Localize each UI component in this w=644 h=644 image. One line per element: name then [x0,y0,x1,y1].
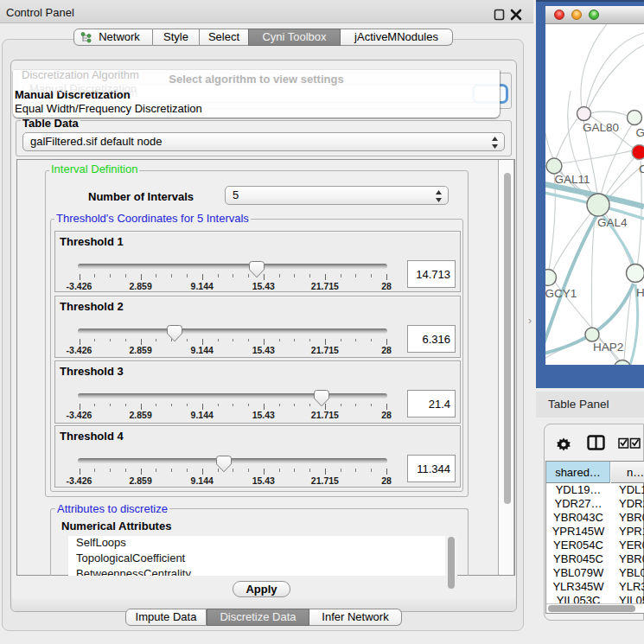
svg-text:GA: GA [636,126,644,139]
svg-text:HAP2: HAP2 [593,341,623,354]
svg-text:C: C [639,163,644,175]
svg-text:H: H [636,286,644,299]
svg-text:GAL80: GAL80 [583,121,619,134]
svg-text:GAL11: GAL11 [555,173,590,186]
svg-text:GCY1: GCY1 [545,287,577,300]
svg-text:GAL4: GAL4 [597,216,628,229]
